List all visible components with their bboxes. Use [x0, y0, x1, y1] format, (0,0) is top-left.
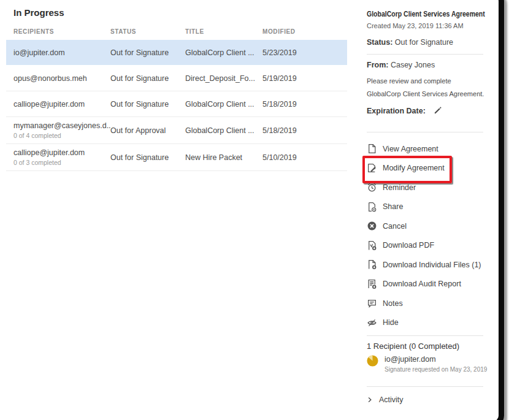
- action-download-individual-files[interactable]: Download Individual Files (1): [367, 255, 488, 275]
- recipients-header: 1 Recipient (0 Completed): [367, 342, 459, 351]
- cell-recipient: io@jupiter.dom: [13, 48, 110, 57]
- divider: [367, 132, 483, 132]
- column-header-title[interactable]: Title: [185, 28, 262, 35]
- download-file-icon: [367, 259, 377, 270]
- agreement-message: Please review and complete GlobalCorp Cl…: [367, 75, 486, 101]
- cell-status: Out for Signature: [110, 100, 185, 109]
- notes-icon: [367, 298, 377, 308]
- divider: [367, 335, 483, 336]
- download-pdf-icon: [367, 240, 377, 251]
- status-line: Status: Out for Signature: [367, 38, 453, 47]
- cell-modified: 5/23/2019: [262, 48, 324, 57]
- expiration-label: Expiration Date:: [367, 107, 426, 115]
- table-row[interactable]: calliope@jupiter.dom Out for Signature G…: [6, 91, 347, 117]
- table-row[interactable]: mymanager@caseyjones.d... 0 of 4 complet…: [6, 117, 347, 144]
- edit-pencil-icon[interactable]: [433, 106, 442, 115]
- share-document-icon: [367, 202, 377, 212]
- completed-count: 0 of 3 completed: [13, 159, 110, 166]
- cancel-circle-icon: [367, 221, 377, 231]
- cell-title: New Hire Packet: [185, 153, 262, 162]
- agreement-title: GlobalCorp Client Services Agreement: [367, 10, 485, 18]
- from-label: From:: [367, 61, 388, 69]
- cell-recipient: calliope@jupiter.dom 0 of 3 completed: [13, 148, 110, 166]
- activity-toggle[interactable]: Activity: [367, 395, 404, 404]
- cell-recipient: mymanager@caseyjones.d... 0 of 4 complet…: [13, 121, 110, 139]
- column-header-modified[interactable]: Modified: [262, 28, 324, 35]
- column-header-status[interactable]: Status: [110, 28, 185, 35]
- page-title: In Progress: [13, 7, 64, 18]
- cell-modified: 5/19/2019: [262, 74, 324, 83]
- avatar: [367, 355, 378, 367]
- status-value: Out for Signature: [395, 38, 453, 47]
- hide-eye-icon: [367, 318, 377, 328]
- cell-modified: 5/18/2019: [262, 100, 324, 109]
- cell-modified: 5/18/2019: [262, 126, 324, 135]
- recipient-status: Signature requested on May 23, 2019: [385, 366, 487, 373]
- actions-list: View Agreement Modify Agreement Reminder: [367, 139, 488, 332]
- document-edit-icon: [367, 163, 377, 174]
- agreement-detail-panel: GlobalCorp Client Services Agreement Cre…: [367, 0, 488, 420]
- created-date: Created May 23, 2019 11:36 AM: [367, 22, 464, 29]
- chevron-right-icon: [367, 397, 373, 403]
- cell-recipient: opus@nonorbus.meh: [13, 74, 110, 83]
- divider: [367, 386, 483, 387]
- cell-status: Out for Signature: [110, 74, 185, 83]
- table-row[interactable]: opus@nonorbus.meh Out for Signature Dire…: [6, 66, 347, 91]
- action-modify-agreement[interactable]: Modify Agreement: [367, 159, 488, 178]
- action-cancel[interactable]: Cancel: [367, 216, 488, 236]
- status-label: Status:: [367, 38, 392, 47]
- recipient-email: io@jupiter.dom: [385, 355, 487, 364]
- table-row[interactable]: io@jupiter.dom Out for Signature GlobalC…: [6, 40, 347, 66]
- action-reminder[interactable]: Reminder: [367, 178, 488, 197]
- column-header-recipients[interactable]: Recipients: [13, 28, 110, 35]
- action-download-audit-report[interactable]: Download Audit Report: [367, 275, 488, 294]
- alarm-clock-icon: [367, 182, 377, 193]
- cell-status: Out for Signature: [110, 48, 185, 57]
- document-icon: [367, 143, 377, 154]
- recipient-row[interactable]: io@jupiter.dom Signature requested on Ma…: [367, 355, 487, 373]
- table-row[interactable]: calliope@jupiter.dom 0 of 3 completed Ou…: [6, 144, 347, 171]
- agreements-table: Recipients Status Title Modified io@jupi…: [6, 26, 347, 171]
- cell-title: Direct_Deposit_Fo...: [185, 74, 262, 83]
- cell-status: Out for Signature: [110, 153, 185, 162]
- cell-title: GlobalCorp Client ...: [185, 126, 262, 135]
- action-download-pdf[interactable]: Download PDF: [367, 236, 488, 256]
- action-share[interactable]: Share: [367, 197, 488, 217]
- recipient-info: io@jupiter.dom Signature requested on Ma…: [385, 355, 487, 373]
- cell-recipient: calliope@jupiter.dom: [13, 100, 110, 109]
- cell-title: GlobalCorp Client ...: [185, 100, 262, 109]
- action-hide[interactable]: Hide: [367, 313, 488, 333]
- from-value: Casey Jones: [391, 61, 435, 69]
- cell-status: Out for Approval: [110, 126, 185, 135]
- completed-count: 0 of 4 completed: [13, 132, 110, 139]
- cell-modified: 5/10/2019: [262, 153, 324, 162]
- table-header-row: Recipients Status Title Modified: [6, 26, 347, 40]
- divider: [367, 54, 483, 55]
- cell-title: GlobalCorp Client ...: [185, 48, 262, 57]
- download-report-icon: [367, 279, 377, 289]
- expiration-line: Expiration Date:: [367, 106, 442, 115]
- action-view-agreement[interactable]: View Agreement: [367, 139, 488, 159]
- from-line: From: Casey Jones: [367, 61, 435, 69]
- action-notes[interactable]: Notes: [367, 294, 488, 313]
